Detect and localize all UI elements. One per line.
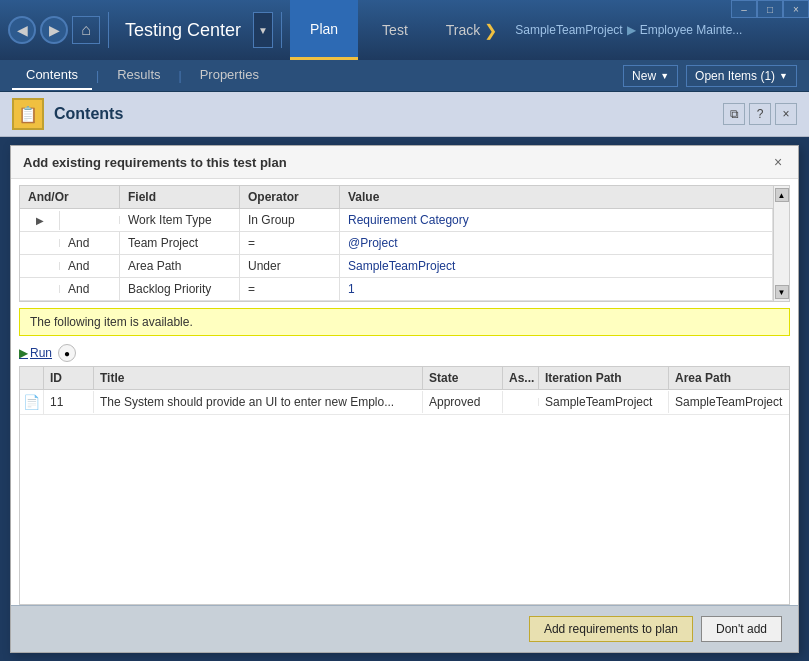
rth-id[interactable]: ID (44, 367, 94, 389)
results-table-header: ID Title State As... Iteration Path Area… (20, 367, 789, 390)
main-content: 📋 Contents ⧉ ? × Add existing requiremen… (0, 92, 809, 661)
result-area: SampleTeamProject (669, 391, 789, 413)
query-row-1[interactable]: ▶ Work Item Type In Group Requirement Ca… (20, 209, 773, 232)
track-label: Track (446, 22, 480, 38)
doc-icon: 📄 (23, 394, 40, 410)
row3-blank (20, 262, 60, 270)
scroll-up[interactable]: ▲ (775, 188, 789, 202)
dialog-title: Add existing requirements to this test p… (23, 155, 287, 170)
app-dropdown-button[interactable]: ▼ (253, 12, 273, 48)
tab-contents[interactable]: Contents (12, 61, 92, 90)
track-arrow: ❯ (484, 21, 497, 40)
content-title: Contents (54, 105, 123, 123)
minimize-button[interactable]: – (731, 0, 757, 18)
test-tab[interactable]: Test (362, 0, 428, 60)
open-items-label: Open Items (1) (695, 69, 775, 83)
row2-andor: And (60, 232, 120, 254)
breadcrumb-page: Employee Mainte... (640, 23, 743, 37)
title-bar: ◀ ▶ ⌂ Testing Center ▼ Plan Test Track ❯… (0, 0, 809, 60)
contents-icon: 📋 (12, 98, 44, 130)
track-button[interactable]: Track ❯ (432, 0, 511, 60)
run-label: Run (30, 346, 52, 360)
results-table: ID Title State As... Iteration Path Area… (19, 366, 790, 605)
query-row-2[interactable]: And Team Project = @Project (20, 232, 773, 255)
scroll-down[interactable]: ▼ (775, 285, 789, 299)
result-id: 11 (44, 391, 94, 413)
query-row-4[interactable]: And Backlog Priority = 1 (20, 278, 773, 301)
content-close-button[interactable]: × (775, 103, 797, 125)
new-dropdown-icon: ▼ (660, 71, 669, 81)
rth-title[interactable]: Title (94, 367, 423, 389)
dont-add-button[interactable]: Don't add (701, 616, 782, 642)
query-row-3[interactable]: And Area Path Under SampleTeamProject (20, 255, 773, 278)
row2-operator: = (240, 232, 340, 254)
row4-blank (20, 285, 60, 293)
result-assigned (503, 398, 539, 406)
breadcrumb-project: SampleTeamProject (515, 23, 622, 37)
row1-andor (60, 216, 120, 224)
export-button[interactable]: ⧉ (723, 103, 745, 125)
col-field: Field (120, 186, 240, 208)
maximize-button[interactable]: □ (757, 0, 783, 18)
content-header: 📋 Contents ⧉ ? × (0, 92, 809, 137)
home-button[interactable]: ⌂ (72, 16, 100, 44)
result-title: The System should provide an UI to enter… (94, 391, 423, 413)
col-operator: Operator (240, 186, 340, 208)
open-items-button[interactable]: Open Items (1) ▼ (686, 65, 797, 87)
row4-operator: = (240, 278, 340, 300)
results-notice: The following item is available. (19, 308, 790, 336)
content-header-actions: ⧉ ? × (723, 103, 797, 125)
rth-icon (20, 367, 44, 389)
run-row: ▶ Run ● (19, 344, 790, 362)
new-button[interactable]: New ▼ (623, 65, 678, 87)
row1-value: Requirement Category (340, 209, 773, 231)
rth-assigned[interactable]: As... (503, 367, 539, 389)
rth-area[interactable]: Area Path (669, 367, 789, 389)
tab-results[interactable]: Results (103, 61, 174, 90)
open-items-arrow: ▼ (779, 71, 788, 81)
run-extra-button[interactable]: ● (58, 344, 76, 362)
result-iteration: SampleTeamProject (539, 391, 669, 413)
app-title: Testing Center (117, 20, 249, 41)
forward-button[interactable]: ▶ (40, 16, 68, 44)
plan-tab[interactable]: Plan (290, 0, 358, 60)
run-button[interactable]: ▶ Run (19, 346, 52, 360)
app-window: ◀ ▶ ⌂ Testing Center ▼ Plan Test Track ❯… (0, 0, 809, 661)
query-grid-inner: And/Or Field Operator Value ▶ Work Item … (20, 186, 773, 301)
dialog-footer: Add requirements to plan Don't add (11, 605, 798, 652)
row2-field: Team Project (120, 232, 240, 254)
query-scrollbar[interactable]: ▲ ▼ (773, 186, 789, 301)
tab-properties[interactable]: Properties (186, 61, 273, 90)
back-button[interactable]: ◀ (8, 16, 36, 44)
row3-operator: Under (240, 255, 340, 277)
close-button[interactable]: × (783, 0, 809, 18)
row3-field: Area Path (120, 255, 240, 277)
col-value: Value (340, 186, 773, 208)
window-controls: – □ × (731, 0, 809, 18)
dialog-close-button[interactable]: × (770, 154, 786, 170)
divider (108, 12, 109, 48)
toolbar-actions: New ▼ Open Items (1) ▼ (623, 65, 797, 87)
row1-field: Work Item Type (120, 209, 240, 231)
row2-value: @Project (340, 232, 773, 254)
row1-arrow: ▶ (20, 211, 60, 230)
add-requirements-button[interactable]: Add requirements to plan (529, 616, 693, 642)
row4-andor: And (60, 278, 120, 300)
rth-state[interactable]: State (423, 367, 503, 389)
col-andor: And/Or (20, 186, 120, 208)
results-empty (20, 415, 789, 495)
row4-field: Backlog Priority (120, 278, 240, 300)
result-state: Approved (423, 391, 503, 413)
row4-value: 1 (340, 278, 773, 300)
new-label: New (632, 69, 656, 83)
rth-iteration[interactable]: Iteration Path (539, 367, 669, 389)
help-button[interactable]: ? (749, 103, 771, 125)
row3-value: SampleTeamProject (340, 255, 773, 277)
result-row-1[interactable]: 📄 11 The System should provide an UI to … (20, 390, 789, 415)
query-grid-header: And/Or Field Operator Value (20, 186, 773, 209)
dialog: Add existing requirements to this test p… (10, 145, 799, 653)
row3-andor: And (60, 255, 120, 277)
query-grid: And/Or Field Operator Value ▶ Work Item … (19, 185, 790, 302)
run-icon: ▶ (19, 346, 28, 360)
row2-blank (20, 239, 60, 247)
